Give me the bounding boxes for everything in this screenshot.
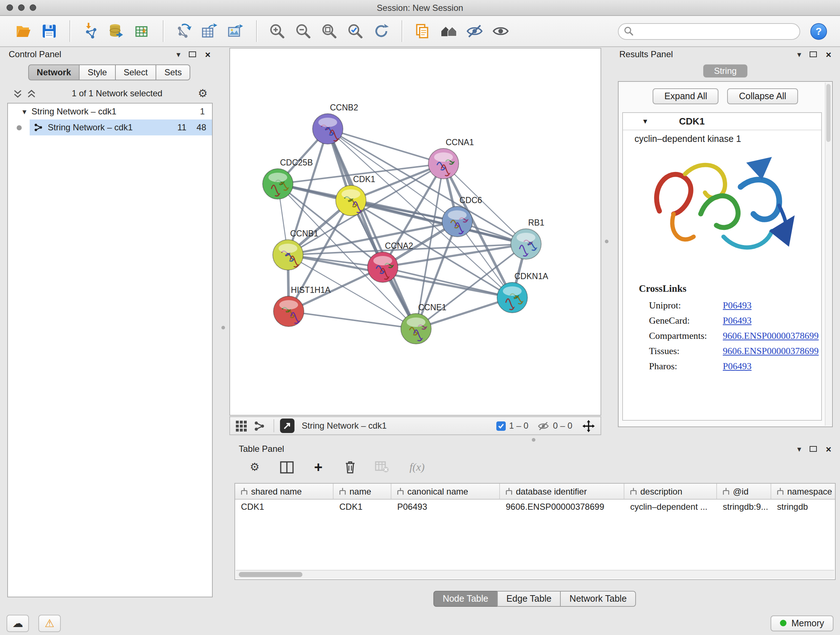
table-cell[interactable]: CDK1 [235,500,333,515]
table-cell[interactable]: 9606.ENSP00000378699 [500,500,624,515]
results-scrollbar[interactable] [825,82,831,426]
delete-column-icon[interactable] [341,458,359,476]
close-panel-icon[interactable]: × [205,49,210,60]
column-header-description[interactable]: description [624,484,717,499]
close-panel-icon[interactable]: × [826,49,831,60]
import-network-from-database-button[interactable] [103,18,129,44]
crosslink-compartments[interactable]: 9606.ENSP00000378699 [723,330,819,342]
column-header-database-identifier[interactable]: database identifier [500,484,624,499]
import-network-from-file-button[interactable] [77,18,103,44]
tab-string[interactable]: String [703,65,748,78]
birdseye-view-icon[interactable] [254,420,265,431]
table-cell[interactable]: stringdb:9... [717,500,771,515]
collapse-all-button[interactable]: Collapse All [728,88,798,104]
search-input[interactable] [618,23,800,40]
network-canvas[interactable]: CCNB2CCNA1CDC25BCDK1CDC6RB1CCNB1CCNA2CDK… [229,48,601,416]
expand-all-icon[interactable] [27,89,36,98]
table-settings-icon[interactable]: ⚙ [246,458,264,476]
grid-view-icon[interactable] [236,420,247,431]
table-cell[interactable]: stringdb [771,500,836,515]
warnings-button[interactable]: ⚠ [38,614,61,632]
collection-expand-icon[interactable]: ▾ [22,107,27,116]
tab-style[interactable]: Style [79,65,115,80]
show-selection-button[interactable] [488,18,514,44]
section-collapse-icon[interactable]: ▾ [643,117,647,126]
homes-button[interactable] [436,18,462,44]
network-collection-row[interactable]: ▾ String Network – cdk1 1 [8,103,212,119]
add-column-icon[interactable]: + [309,458,327,476]
network-row[interactable]: String Network – cdk1 11 48 [8,119,212,135]
memory-button[interactable]: Memory [771,615,834,631]
float-panel-icon[interactable] [810,446,817,452]
network-edge-CCNB2-CCNE1[interactable] [328,129,416,329]
table-row[interactable]: CDK1CDK1P064939606.ENSP00000378699cyclin… [235,500,835,515]
export-table-button[interactable] [197,18,223,44]
vertical-splitter-grip[interactable] [605,240,608,243]
horizontal-scrollbar[interactable] [236,570,834,578]
tab-network-table[interactable]: Network Table [560,591,636,607]
function-builder-icon[interactable]: f(x) [409,461,425,473]
network-node-HIST1H1A[interactable]: HIST1H1A [273,285,331,326]
column-header-canonical-name[interactable]: canonical name [392,484,500,499]
zoom-fit-button[interactable] [316,18,342,44]
network-graph[interactable]: CCNB2CCNA1CDC25BCDK1CDC6RB1CCNB1CCNA2CDK… [230,49,600,415]
zoom-in-button[interactable] [264,18,290,44]
open-session-button[interactable] [10,18,36,44]
pan-mode-icon[interactable] [583,420,595,432]
network-node-RB1[interactable]: RB1 [511,218,545,259]
gear-icon[interactable]: ⚙ [198,87,208,100]
network-node-CDKN1A[interactable]: CDKN1A [497,272,548,313]
refresh-button[interactable] [368,18,394,44]
selected-network-row[interactable]: String Network – cdk1 11 48 [30,119,212,135]
network-edge-CCNA2-CDKN1A[interactable] [383,267,512,298]
network-node-CCNA1[interactable]: CCNA1 [428,138,474,179]
copy-document-button[interactable] [409,18,436,44]
tab-edge-table[interactable]: Edge Table [497,591,561,607]
save-session-button[interactable] [36,18,62,44]
network-node-CDK1[interactable]: CDK1 [336,174,375,216]
column-header-shared-name[interactable]: shared name [235,484,333,499]
crosslink-pharos[interactable]: P06493 [723,361,752,372]
column-header-id[interactable]: @id [717,484,771,499]
panel-menu-icon[interactable]: ▾ [797,50,801,59]
zoom-out-button[interactable] [290,18,316,44]
crosslink-uniprot[interactable]: P06493 [723,300,752,311]
network-node-CDC25B[interactable]: CDC25B [263,158,313,199]
scrollbar-thumb[interactable] [239,572,302,577]
import-table-from-file-button[interactable] [129,18,156,44]
protein-section-header[interactable]: ▾ CDK1 [623,113,821,130]
zoom-window-button[interactable] [30,4,36,11]
network-edge-HIST1H1A-CCNE1[interactable] [289,311,416,329]
table-cell[interactable]: cyclin–dependent ... [624,500,717,515]
crosslink-tissues[interactable]: 9606.ENSP00000378699 [723,345,819,357]
column-header-namespace[interactable]: namespace [771,484,836,499]
export-network-button[interactable] [171,18,197,44]
table-cell[interactable]: CDK1 [333,500,392,515]
collapse-all-icon[interactable] [13,89,22,98]
help-button[interactable]: ? [810,23,827,40]
table-cell[interactable]: P06493 [392,500,500,515]
minimize-window-button[interactable] [18,4,25,11]
tab-network[interactable]: Network [28,65,80,80]
close-panel-icon[interactable]: × [826,443,831,454]
network-edge-CCNB2-CCNA1[interactable] [328,129,444,164]
float-panel-icon[interactable] [810,51,817,57]
panel-menu-icon[interactable]: ▾ [797,444,801,454]
network-node-CCNB2[interactable]: CCNB2 [313,103,358,144]
hide-selection-button[interactable] [462,18,488,44]
tab-node-table[interactable]: Node Table [433,591,498,607]
export-image-button[interactable] [223,18,249,44]
tab-sets[interactable]: Sets [156,65,190,80]
float-panel-icon[interactable] [189,51,196,57]
close-window-button[interactable] [6,4,13,11]
panel-menu-icon[interactable]: ▾ [177,50,180,59]
cloud-button[interactable]: ☁ [6,614,29,632]
open-in-new-window-button[interactable] [280,418,294,433]
column-header-name[interactable]: name [333,484,392,499]
vertical-splitter-grip[interactable] [221,326,225,329]
checkbox-icon[interactable] [496,421,505,431]
crosslink-genecard[interactable]: P06493 [723,315,752,326]
expand-all-button[interactable]: Expand All [653,88,719,104]
show-columns-icon[interactable] [278,458,295,476]
zoom-selected-button[interactable] [342,18,368,44]
